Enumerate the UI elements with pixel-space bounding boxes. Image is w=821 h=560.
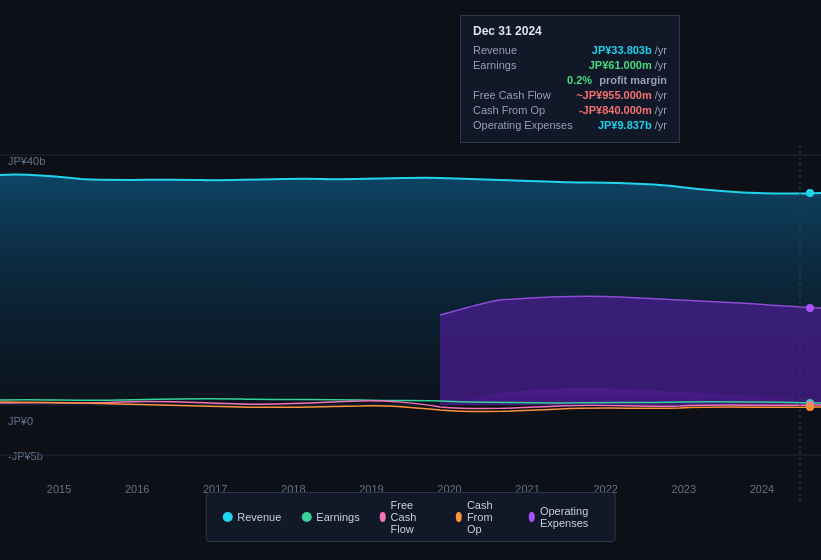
legend-opex[interactable]: Operating Expenses [529, 505, 599, 529]
revenue-label: Revenue [473, 44, 517, 56]
revenue-value: JP¥33.803b /yr [592, 44, 667, 56]
opex-value: JP¥9.837b /yr [598, 119, 667, 131]
svg-point-4 [806, 304, 814, 312]
legend-dot-revenue [222, 512, 232, 522]
tooltip-cashop-row: Cash From Op -JP¥840.000m /yr [473, 104, 667, 116]
legend-label-earnings: Earnings [316, 511, 359, 523]
tooltip-fcf-row: Free Cash Flow ~JP¥955.000m /yr [473, 89, 667, 101]
svg-point-7 [806, 403, 814, 411]
tooltip-opex-row: Operating Expenses JP¥9.837b /yr [473, 119, 667, 131]
legend-dot-opex [529, 512, 535, 522]
legend-cash-from-op[interactable]: Cash From Op [456, 499, 509, 535]
chart-area [0, 145, 821, 505]
legend-label-revenue: Revenue [237, 511, 281, 523]
chart-legend: Revenue Earnings Free Cash Flow Cash Fro… [205, 492, 616, 542]
legend-earnings[interactable]: Earnings [301, 511, 359, 523]
legend-label-opex: Operating Expenses [540, 505, 599, 529]
x-label-2015: 2015 [47, 483, 71, 495]
profit-margin-value: 0.2% profit margin [567, 74, 667, 86]
legend-dot-fcf [380, 512, 386, 522]
cashop-label: Cash From Op [473, 104, 545, 116]
tooltip-revenue-row: Revenue JP¥33.803b /yr [473, 44, 667, 56]
legend-fcf[interactable]: Free Cash Flow [380, 499, 436, 535]
x-label-2023: 2023 [672, 483, 696, 495]
fcf-value: ~JP¥955.000m /yr [576, 89, 667, 101]
legend-dot-cashop [456, 512, 462, 522]
svg-point-3 [806, 189, 814, 197]
x-label-2016: 2016 [125, 483, 149, 495]
tooltip-box: Dec 31 2024 Revenue JP¥33.803b /yr Earni… [460, 15, 680, 143]
legend-revenue[interactable]: Revenue [222, 511, 281, 523]
tooltip-date: Dec 31 2024 [473, 24, 667, 38]
fcf-label: Free Cash Flow [473, 89, 551, 101]
earnings-value: JP¥61.000m /yr [589, 59, 667, 71]
cashop-value: -JP¥840.000m /yr [579, 104, 667, 116]
opex-label: Operating Expenses [473, 119, 573, 131]
legend-label-fcf: Free Cash Flow [391, 499, 436, 535]
chart-container: Dec 31 2024 Revenue JP¥33.803b /yr Earni… [0, 0, 821, 560]
tooltip-earnings-row: Earnings JP¥61.000m /yr [473, 59, 667, 71]
legend-dot-earnings [301, 512, 311, 522]
x-label-2024: 2024 [750, 483, 774, 495]
earnings-label: Earnings [473, 59, 516, 71]
legend-label-cashop: Cash From Op [467, 499, 509, 535]
profit-margin-row: 0.2% profit margin [473, 74, 667, 86]
